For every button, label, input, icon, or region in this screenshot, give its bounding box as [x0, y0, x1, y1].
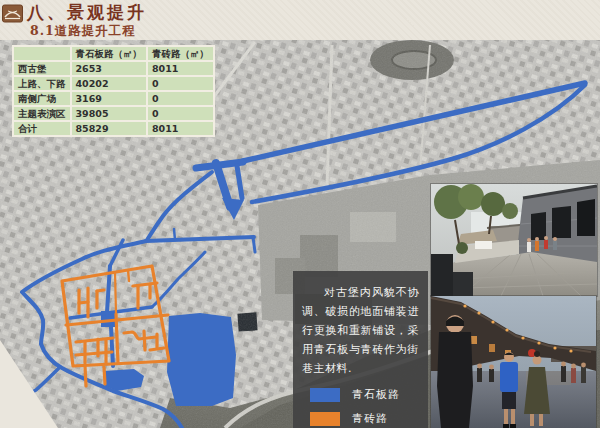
road-area-table: 青石板路（㎡）青砖路（㎡）西古堡26538011上路、下路402020南侧广场3…	[12, 45, 215, 137]
legend-label: 青砖路	[352, 411, 388, 426]
row-label-cell: 合计	[13, 121, 71, 136]
bridge-seal-icon	[2, 4, 23, 23]
page-title: 八、景观提升	[27, 2, 147, 22]
value-cell: 0	[147, 91, 214, 106]
row-label-cell: 西古堡	[13, 61, 71, 76]
row-label-cell: 南侧广场	[13, 91, 71, 106]
table-row: 南侧广场31690	[13, 91, 214, 106]
title-block: 八、景观提升 8.1道路提升工程	[2, 2, 147, 39]
slide: 八、景观提升 8.1道路提升工程 青石板路（㎡）青砖路（㎡）西古堡2653801…	[0, 0, 600, 428]
row-label-cell: 主题表演区	[13, 106, 71, 121]
photo-stone-street-day	[431, 184, 597, 296]
legend-label: 青石板路	[352, 387, 400, 402]
row-label-cell: 上路、下路	[13, 76, 71, 91]
value-cell: 40202	[71, 76, 148, 91]
table-row: 上路、下路402020	[13, 76, 214, 91]
road-area-table-body: 青石板路（㎡）青砖路（㎡）西古堡26538011上路、下路402020南侧广场3…	[13, 46, 214, 136]
value-cell: 3169	[71, 91, 148, 106]
photo-lantern-street-dusk	[431, 296, 596, 428]
legend-swatch	[310, 388, 340, 402]
table-row: 合计858298011	[13, 121, 214, 136]
value-cell: 2653	[71, 61, 148, 76]
value-cell: 0	[147, 106, 214, 121]
note-text: 对古堡内风貌不协调、破损的地面铺装进行更换和重新铺设，采用青石板与青砖作为街巷主…	[302, 283, 419, 378]
table-row: 西古堡26538011	[13, 61, 214, 76]
value-cell: 8011	[147, 121, 214, 136]
table-row: 主题表演区398050	[13, 106, 214, 121]
value-cell: 0	[147, 76, 214, 91]
table-header-cell: 青砖路（㎡）	[147, 46, 214, 61]
note-panel: 对古堡内风貌不协调、破损的地面铺装进行更换和重新铺设，采用青石板与青砖作为街巷主…	[293, 271, 428, 428]
legend-item: 青砖路	[310, 411, 419, 426]
legend-swatch	[310, 412, 340, 426]
table-header-row: 青石板路（㎡）青砖路（㎡）	[13, 46, 214, 61]
legend-item: 青石板路	[310, 387, 419, 402]
value-cell: 39805	[71, 106, 148, 121]
value-cell: 8011	[147, 61, 214, 76]
map-legend: 青石板路青砖路	[302, 387, 419, 426]
value-cell: 85829	[71, 121, 148, 136]
table-header-cell: 青石板路（㎡）	[71, 46, 148, 61]
table-header-cell	[13, 46, 71, 61]
page-subtitle: 8.1道路提升工程	[30, 23, 147, 39]
